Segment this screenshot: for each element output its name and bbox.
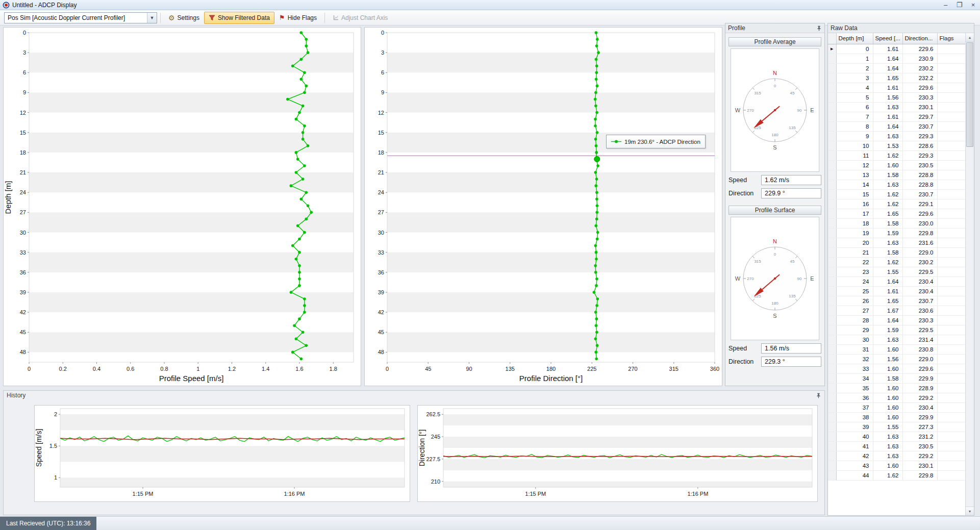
table-cell[interactable]: 3 [836, 73, 873, 83]
table-row[interactable]: 51.56230.3 [828, 92, 965, 102]
table-cell[interactable]: 230.4 [902, 286, 937, 296]
table-cell[interactable]: 27 [836, 306, 873, 315]
table-cell[interactable]: 25 [836, 286, 873, 296]
scroll-up-button[interactable]: ▲ [966, 33, 974, 42]
table-cell[interactable]: 230.2 [902, 257, 937, 267]
table-cell[interactable] [937, 393, 965, 402]
table-cell[interactable]: 13 [836, 170, 873, 180]
table-row[interactable]: 281.64230.3 [828, 315, 965, 325]
table-cell[interactable]: 1.65 [873, 73, 902, 83]
table-cell[interactable] [937, 402, 965, 412]
table-cell[interactable]: 41 [836, 441, 873, 451]
table-cell[interactable]: 1.65 [873, 296, 902, 306]
table-cell[interactable] [937, 383, 965, 393]
table-cell[interactable]: 8 [836, 121, 873, 131]
table-row[interactable]: 91.63229.3 [828, 131, 965, 141]
table-cell[interactable] [937, 141, 965, 150]
table-cell[interactable]: 1.64 [873, 54, 902, 63]
chevron-down-icon[interactable]: ▼ [147, 13, 157, 23]
table-cell[interactable]: 1.56 [873, 354, 902, 364]
table-row[interactable]: 61.63230.1 [828, 102, 965, 112]
table-row[interactable]: 31.65232.2 [828, 73, 965, 83]
table-cell[interactable]: 7 [836, 112, 873, 121]
close-button[interactable]: × [966, 0, 980, 10]
table-cell[interactable] [937, 422, 965, 432]
table-cell[interactable] [937, 325, 965, 335]
table-cell[interactable]: 24 [836, 276, 873, 286]
profile-direction-chart[interactable]: 0369121518212427303336394245480459013518… [364, 27, 722, 386]
table-cell[interactable] [937, 102, 965, 112]
table-cell[interactable]: 1.63 [873, 238, 902, 247]
profile-direction-plot[interactable]: 0369121518212427303336394245480459013518… [365, 28, 722, 386]
table-cell[interactable]: 228.8 [902, 180, 937, 189]
table-cell[interactable]: 21 [836, 247, 873, 257]
table-cell[interactable]: 1.60 [873, 383, 902, 393]
table-cell[interactable]: 1.60 [873, 393, 902, 402]
history-direction-plot[interactable]: 210227.5245262.51:15 PM1:16 PMDirection … [418, 406, 817, 501]
table-cell[interactable]: 6 [836, 102, 873, 112]
table-row[interactable]: 291.59229.5 [828, 325, 965, 335]
column-header-depth[interactable]: Depth [m] [836, 33, 873, 44]
table-cell[interactable]: 229.5 [902, 325, 937, 335]
table-cell[interactable]: 1.63 [873, 432, 902, 441]
table-cell[interactable] [937, 373, 965, 383]
table-row[interactable]: 161.62229.1 [828, 199, 965, 209]
table-cell[interactable]: 29 [836, 325, 873, 335]
table-cell[interactable]: 26 [836, 296, 873, 306]
table-cell[interactable]: 229.3 [902, 131, 937, 141]
table-cell[interactable]: 5 [836, 92, 873, 102]
table-cell[interactable] [937, 44, 965, 54]
table-cell[interactable]: 11 [836, 150, 873, 160]
table-cell[interactable]: 230.1 [902, 461, 937, 470]
table-cell[interactable] [937, 180, 965, 189]
table-row[interactable]: 351.60228.9 [828, 383, 965, 393]
table-cell[interactable]: 1.59 [873, 228, 902, 238]
table-cell[interactable] [937, 83, 965, 92]
table-cell[interactable] [937, 306, 965, 315]
table-cell[interactable]: 1.64 [873, 121, 902, 131]
table-row[interactable]: 171.65229.6 [828, 209, 965, 218]
table-cell[interactable]: 0 [836, 44, 873, 54]
table-cell[interactable] [937, 335, 965, 344]
table-cell[interactable] [937, 364, 965, 373]
table-cell[interactable]: 1.58 [873, 373, 902, 383]
table-cell[interactable]: 1.60 [873, 402, 902, 412]
table-cell[interactable]: 1.61 [873, 112, 902, 121]
table-cell[interactable]: 1.60 [873, 344, 902, 354]
table-cell[interactable]: 1.60 [873, 412, 902, 422]
table-row[interactable]: 251.61230.4 [828, 286, 965, 296]
table-row[interactable]: 221.62230.2 [828, 257, 965, 267]
table-cell[interactable]: 231.6 [902, 238, 937, 247]
table-cell[interactable]: 229.0 [902, 354, 937, 364]
table-cell[interactable] [937, 209, 965, 218]
table-cell[interactable]: 1.56 [873, 92, 902, 102]
table-cell[interactable]: 230.0 [902, 218, 937, 228]
table-cell[interactable] [937, 189, 965, 199]
table-cell[interactable] [937, 412, 965, 422]
table-cell[interactable]: 229.6 [902, 83, 937, 92]
table-cell[interactable]: 229.6 [902, 44, 937, 54]
table-row[interactable]: 311.60230.8 [828, 344, 965, 354]
table-cell[interactable]: 4 [836, 83, 873, 92]
table-cell[interactable]: 229.3 [902, 150, 937, 160]
table-cell[interactable] [937, 170, 965, 180]
column-header-flags[interactable]: Flags [937, 33, 965, 44]
table-row[interactable]: 261.65230.7 [828, 296, 965, 306]
raw-data-scrollbar[interactable]: ▲ ▼ [965, 33, 974, 515]
table-cell[interactable] [937, 63, 965, 73]
table-cell[interactable]: 230.7 [902, 121, 937, 131]
pin-icon[interactable] [816, 26, 822, 31]
table-cell[interactable] [937, 432, 965, 441]
table-cell[interactable]: 229.6 [902, 209, 937, 218]
table-row[interactable]: 341.58229.9 [828, 373, 965, 383]
table-cell[interactable]: 35 [836, 383, 873, 393]
table-row[interactable]: 371.60230.4 [828, 402, 965, 412]
table-cell[interactable] [937, 354, 965, 364]
table-cell[interactable]: 17 [836, 209, 873, 218]
table-cell[interactable]: 1.61 [873, 83, 902, 92]
table-cell[interactable]: 230.4 [902, 276, 937, 286]
table-cell[interactable]: 230.5 [902, 441, 937, 451]
table-cell[interactable] [937, 315, 965, 325]
table-row[interactable]: 401.63231.2 [828, 432, 965, 441]
table-cell[interactable]: 20 [836, 238, 873, 247]
